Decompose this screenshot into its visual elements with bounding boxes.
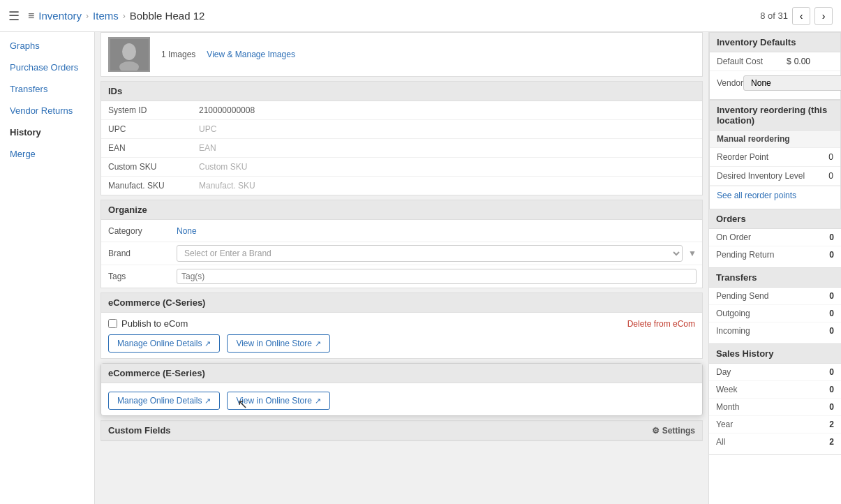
sales-history-title: Sales History [709,344,841,364]
cost-amount: 0.00 [794,57,810,66]
pagination-text: 8 of 31 [760,10,788,21]
external-link-icon-3: ↗ [204,396,211,406]
sidebar-item-merge[interactable]: Merge [0,143,94,165]
category-value: None [171,223,702,239]
outgoing-row: Outgoing 0 [709,305,841,323]
desired-level-label: Desired Inventory Level [717,171,828,181]
ecommerce-cseries-title: eCommerce (C-Series) [101,293,702,313]
manufact-sku-value: Manufact. SKU [192,177,702,195]
ecommerce-eseries-title: eCommerce (E-Series) [101,364,702,383]
breadcrumb-current: Bobble Head 12 [130,10,205,22]
pending-send-value: 0 [829,291,834,301]
week-row: Week 0 [709,381,841,399]
menu-icon[interactable]: ☰ [8,8,20,24]
delete-from-ecom-link[interactable]: Delete from eCom [627,319,695,329]
view-online-store-eseries-btn[interactable]: View in Online Store ↗ [227,392,330,410]
sidebar-item-graphs[interactable]: Graphs [0,35,94,57]
pending-return-value: 0 [829,250,834,260]
main-content: 1 Images View & Manage Images IDs System… [95,32,708,504]
tags-label: Tags [101,267,171,286]
manage-online-details-eseries-label: Manage Online Details [117,396,202,406]
brand-dropdown-arrow: ▼ [688,249,697,258]
all-value: 2 [829,437,834,447]
ean-value: EAN [192,139,702,157]
images-section: 1 Images View & Manage Images [101,32,703,77]
vendor-label: Vendor [717,78,743,88]
see-all-reorder-link[interactable]: See all reorder points [710,186,840,205]
right-panel: Inventory Defaults Default Cost $ 0.00 V… [708,32,841,504]
breadcrumb-sep2: › [123,11,126,21]
vendor-row: Vendor None ▼ [710,71,840,95]
category-link[interactable]: None [177,226,197,236]
ean-row: EAN EAN [101,139,702,158]
manage-online-details-cseries-btn[interactable]: Manage Online Details ↗ [108,334,220,353]
brand-row: Brand Select or Enter a Brand ▼ [101,242,702,265]
outgoing-label: Outgoing [716,309,750,318]
transfers-title: Transfers [709,268,841,288]
pending-send-row: Pending Send 0 [709,288,841,305]
sidebar-item-purchase-orders[interactable]: Purchase Orders [0,57,94,78]
default-cost-value: $ 0.00 [787,57,810,66]
week-label: Week [716,385,737,394]
system-id-value: 210000000008 [192,101,702,119]
manage-online-details-eseries-btn[interactable]: Manage Online Details ↗ [108,392,220,410]
ecommerce-eseries-buttons: Manage Online Details ↗ View in Online S… [108,392,695,410]
publish-ecom-checkbox[interactable] [108,319,117,328]
inventory-defaults-title: Inventory Defaults [710,33,840,52]
view-online-store-cseries-btn[interactable]: View in Online Store ↗ [227,334,330,353]
custom-sku-row: Custom SKU Custom SKU [101,158,702,177]
manage-images-link[interactable]: View & Manage Images [207,50,295,59]
brand-select[interactable]: Select or Enter a Brand [177,245,683,262]
breadcrumb-sep1: › [86,11,89,21]
sales-history-section: Sales History Day 0 Week 0 Month 0 Year … [709,344,841,455]
view-online-store-cseries-label: View in Online Store [236,339,312,348]
all-row: All 2 [709,433,841,450]
custom-fields-title: Custom Fields [108,425,171,436]
brand-label: Brand [101,244,171,262]
custom-sku-label: Custom SKU [101,158,192,176]
reorder-point-row: Reorder Point 0 [710,148,840,167]
layout: Graphs Purchase Orders Transfers Vendor … [0,32,841,504]
reorder-subheader: Manual reordering [710,131,840,148]
manufact-sku-row: Manufact. SKU Manufact. SKU [101,177,702,195]
vendor-select[interactable]: None [743,75,841,91]
year-value: 2 [829,420,834,429]
sidebar-item-vendor-returns[interactable]: Vendor Returns [0,100,94,121]
ecommerce-cseries-buttons: Manage Online Details ↗ View in Online S… [108,334,695,353]
week-value: 0 [829,385,834,394]
breadcrumb-items[interactable]: Items [93,10,119,22]
pagination-prev[interactable]: ‹ [792,7,810,25]
ids-section: IDs System ID 210000000008 UPC UPC EAN E… [101,81,703,195]
breadcrumb-inventory[interactable]: Inventory [38,10,82,22]
tags-row: Tags [101,265,702,288]
custom-sku-value: Custom SKU [192,158,702,176]
desired-level-row: Desired Inventory Level 0 [710,167,840,186]
tags-input[interactable] [177,269,697,284]
upc-label: UPC [101,120,192,138]
breadcrumb: ≡ Inventory › Items › Bobble Head 12 [28,10,204,22]
svg-point-1 [122,43,136,60]
publish-ecom-label: Publish to eCom [121,318,188,329]
category-label: Category [101,222,171,240]
pending-send-label: Pending Send [716,291,768,301]
ecommerce-eseries-section: eCommerce (E-Series) Manage Online Detai… [101,363,703,416]
images-count: 1 Images [161,50,195,59]
orders-section: Orders On Order 0 Pending Return 0 [709,209,841,268]
custom-fields-section: Custom Fields ⚙ Settings [101,420,703,441]
pagination-next[interactable]: › [814,7,833,25]
incoming-value: 0 [829,326,834,336]
transfers-section: Transfers Pending Send 0 Outgoing 0 Inco… [709,268,841,344]
month-row: Month 0 [709,399,841,416]
external-link-icon-2: ↗ [315,339,321,348]
pending-return-row: Pending Return 0 [709,246,841,263]
settings-link[interactable]: ⚙ Settings [652,426,695,436]
sidebar: Graphs Purchase Orders Transfers Vendor … [0,32,95,504]
ids-section-title: IDs [101,82,702,101]
reorder-point-value: 0 [828,152,833,162]
currency-symbol: $ [787,57,791,66]
sidebar-item-history[interactable]: History [0,121,94,143]
year-label: Year [716,420,733,429]
sidebar-item-transfers[interactable]: Transfers [0,78,94,100]
reorder-section-title: Inventory reordering (this location) [710,101,840,131]
ecommerce-cseries-section: eCommerce (C-Series) Publish to eCom Del… [101,292,703,359]
